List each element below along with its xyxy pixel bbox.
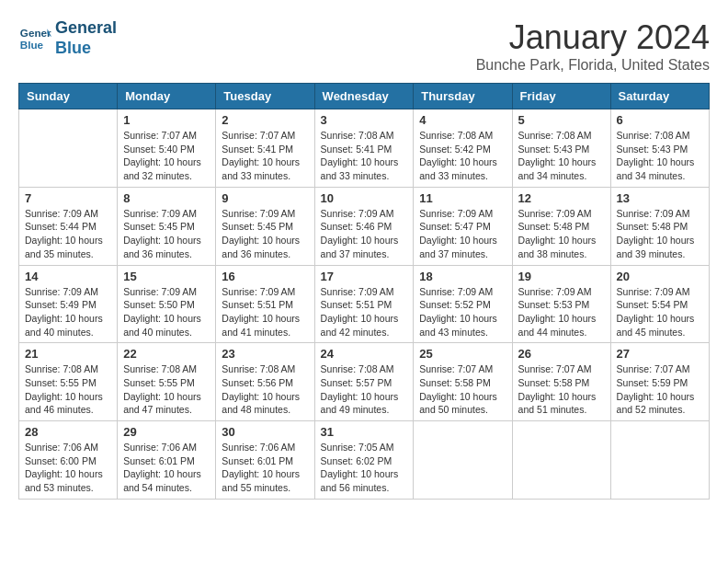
week-row-5: 28Sunrise: 7:06 AMSunset: 6:00 PMDayligh… [19,421,710,500]
svg-text:General: General [20,27,51,39]
title-section: January 2024 Bunche Park, Florida, Unite… [476,18,710,74]
day-number: 10 [321,191,408,205]
day-number: 18 [419,270,506,283]
month-title: January 2024 [476,18,710,57]
day-number: 7 [25,191,111,205]
day-info: Sunrise: 7:09 AMSunset: 5:48 PMDaylight:… [518,207,605,261]
calendar-cell: 26Sunrise: 7:07 AMSunset: 5:58 PMDayligh… [512,343,610,421]
calendar-cell: 15Sunrise: 7:09 AMSunset: 5:50 PMDayligh… [118,265,216,343]
day-number: 4 [419,113,506,127]
calendar-cell [512,421,610,500]
header-row: SundayMondayTuesdayWednesdayThursdayFrid… [19,84,710,109]
day-number: 14 [25,270,111,283]
calendar-cell: 19Sunrise: 7:09 AMSunset: 5:53 PMDayligh… [512,265,610,343]
day-header-saturday: Saturday [610,84,709,109]
calendar-cell: 6Sunrise: 7:08 AMSunset: 5:43 PMDaylight… [610,109,709,188]
calendar-cell: 18Sunrise: 7:09 AMSunset: 5:52 PMDayligh… [414,265,512,343]
day-info: Sunrise: 7:08 AMSunset: 5:42 PMDaylight:… [419,129,506,183]
day-number: 25 [419,347,506,361]
day-info: Sunrise: 7:08 AMSunset: 5:43 PMDaylight:… [617,129,703,183]
day-number: 27 [617,347,703,361]
svg-text:Blue: Blue [20,38,44,50]
day-info: Sunrise: 7:06 AMSunset: 6:01 PMDaylight:… [123,441,210,495]
day-number: 22 [123,347,210,361]
calendar-cell: 8Sunrise: 7:09 AMSunset: 5:45 PMDaylight… [118,187,216,265]
calendar-cell: 20Sunrise: 7:09 AMSunset: 5:54 PMDayligh… [610,265,709,343]
day-info: Sunrise: 7:09 AMSunset: 5:51 PMDaylight:… [222,285,308,339]
logo-text: GeneralBlue [55,18,117,58]
calendar-cell: 13Sunrise: 7:09 AMSunset: 5:48 PMDayligh… [610,187,709,265]
header: General Blue GeneralBlue January 2024 Bu… [18,18,710,74]
day-info: Sunrise: 7:08 AMSunset: 5:43 PMDaylight:… [518,129,605,183]
day-info: Sunrise: 7:08 AMSunset: 5:55 PMDaylight:… [25,362,111,417]
calendar-cell: 14Sunrise: 7:09 AMSunset: 5:49 PMDayligh… [19,265,118,343]
week-row-1: 1Sunrise: 7:07 AMSunset: 5:40 PMDaylight… [19,109,710,188]
calendar-cell: 22Sunrise: 7:08 AMSunset: 5:55 PMDayligh… [118,343,216,421]
calendar-cell [610,421,709,500]
day-info: Sunrise: 7:08 AMSunset: 5:55 PMDaylight:… [123,362,210,417]
day-header-tuesday: Tuesday [216,84,314,109]
logo: General Blue GeneralBlue [18,18,117,58]
day-info: Sunrise: 7:07 AMSunset: 5:58 PMDaylight:… [518,362,605,417]
day-header-thursday: Thursday [414,84,512,109]
calendar-cell: 12Sunrise: 7:09 AMSunset: 5:48 PMDayligh… [512,187,610,265]
week-row-2: 7Sunrise: 7:09 AMSunset: 5:44 PMDaylight… [19,187,710,265]
day-info: Sunrise: 7:09 AMSunset: 5:46 PMDaylight:… [321,207,408,261]
calendar-cell: 11Sunrise: 7:09 AMSunset: 5:47 PMDayligh… [414,187,512,265]
calendar-cell: 27Sunrise: 7:07 AMSunset: 5:59 PMDayligh… [610,343,709,421]
day-number: 6 [617,113,703,127]
calendar-cell: 4Sunrise: 7:08 AMSunset: 5:42 PMDaylight… [414,109,512,188]
day-info: Sunrise: 7:07 AMSunset: 5:59 PMDaylight:… [617,362,703,417]
day-info: Sunrise: 7:09 AMSunset: 5:48 PMDaylight:… [617,207,703,261]
day-header-wednesday: Wednesday [314,84,414,109]
location-title: Bunche Park, Florida, United States [476,57,710,74]
day-number: 3 [321,113,408,127]
day-number: 19 [518,270,605,283]
day-info: Sunrise: 7:09 AMSunset: 5:45 PMDaylight:… [123,207,210,261]
calendar-cell: 9Sunrise: 7:09 AMSunset: 5:45 PMDaylight… [216,187,314,265]
day-header-friday: Friday [512,84,610,109]
day-number: 20 [617,270,703,283]
day-number: 26 [518,347,605,361]
week-row-4: 21Sunrise: 7:08 AMSunset: 5:55 PMDayligh… [19,343,710,421]
day-number: 21 [25,347,111,361]
day-number: 12 [518,191,605,205]
day-number: 31 [321,425,408,439]
day-info: Sunrise: 7:08 AMSunset: 5:57 PMDaylight:… [321,362,408,417]
calendar-cell: 28Sunrise: 7:06 AMSunset: 6:00 PMDayligh… [19,421,118,500]
day-number: 23 [222,347,308,361]
day-info: Sunrise: 7:09 AMSunset: 5:50 PMDaylight:… [123,285,210,339]
calendar-cell: 25Sunrise: 7:07 AMSunset: 5:58 PMDayligh… [414,343,512,421]
calendar-cell: 21Sunrise: 7:08 AMSunset: 5:55 PMDayligh… [19,343,118,421]
calendar-cell: 31Sunrise: 7:05 AMSunset: 6:02 PMDayligh… [314,421,414,500]
day-info: Sunrise: 7:09 AMSunset: 5:45 PMDaylight:… [222,207,308,261]
day-number: 24 [321,347,408,361]
calendar-cell: 7Sunrise: 7:09 AMSunset: 5:44 PMDaylight… [19,187,118,265]
day-info: Sunrise: 7:09 AMSunset: 5:47 PMDaylight:… [419,207,506,261]
day-number: 28 [25,425,111,439]
day-info: Sunrise: 7:07 AMSunset: 5:58 PMDaylight:… [419,362,506,417]
day-info: Sunrise: 7:09 AMSunset: 5:53 PMDaylight:… [518,285,605,339]
day-info: Sunrise: 7:05 AMSunset: 6:02 PMDaylight:… [321,441,408,495]
calendar-cell [19,109,118,188]
day-info: Sunrise: 7:08 AMSunset: 5:41 PMDaylight:… [321,129,408,183]
calendar: SundayMondayTuesdayWednesdayThursdayFrid… [18,83,710,500]
calendar-cell: 5Sunrise: 7:08 AMSunset: 5:43 PMDaylight… [512,109,610,188]
calendar-cell: 2Sunrise: 7:07 AMSunset: 5:41 PMDaylight… [216,109,314,188]
day-header-monday: Monday [118,84,216,109]
calendar-cell: 23Sunrise: 7:08 AMSunset: 5:56 PMDayligh… [216,343,314,421]
day-number: 8 [123,191,210,205]
calendar-cell: 17Sunrise: 7:09 AMSunset: 5:51 PMDayligh… [314,265,414,343]
day-number: 30 [222,425,308,439]
day-info: Sunrise: 7:09 AMSunset: 5:54 PMDaylight:… [617,285,703,339]
day-info: Sunrise: 7:08 AMSunset: 5:56 PMDaylight:… [222,362,308,417]
day-info: Sunrise: 7:07 AMSunset: 5:40 PMDaylight:… [123,129,210,183]
day-header-sunday: Sunday [19,84,118,109]
day-number: 2 [222,113,308,127]
calendar-cell: 16Sunrise: 7:09 AMSunset: 5:51 PMDayligh… [216,265,314,343]
logo-icon: General Blue [18,22,51,55]
day-number: 9 [222,191,308,205]
day-info: Sunrise: 7:06 AMSunset: 6:01 PMDaylight:… [222,441,308,495]
calendar-cell: 1Sunrise: 7:07 AMSunset: 5:40 PMDaylight… [118,109,216,188]
day-number: 1 [123,113,210,127]
